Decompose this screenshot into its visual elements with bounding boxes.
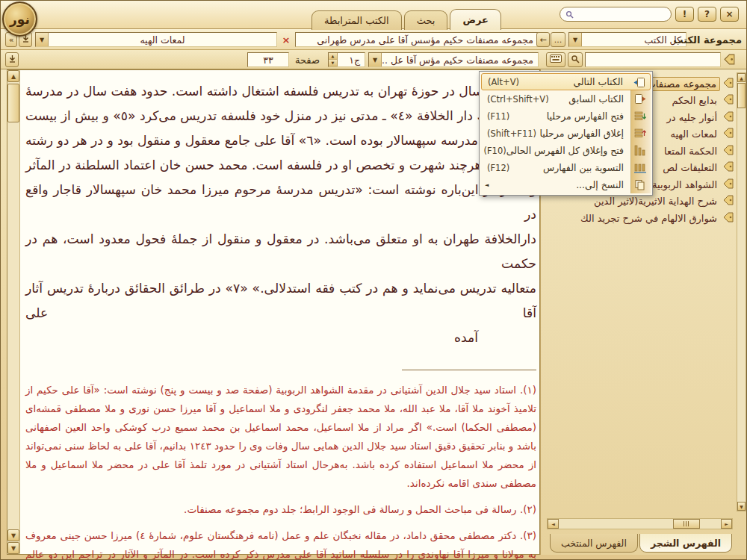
- page-number-field[interactable]: ٣٣: [247, 52, 289, 67]
- menu-item-shortcut: (F10): [484, 146, 506, 156]
- index-filter-field[interactable]: [585, 52, 721, 67]
- chevron-down-icon[interactable]: ▼: [36, 33, 49, 46]
- tab-related-books[interactable]: الكتب المترابطة: [311, 10, 402, 30]
- text-line: ى‌كرد، هرچند شهرت و تخصص او در فلسفه است…: [25, 153, 536, 178]
- text-line: متعاليه تدريس مى‌نمايد و هم در كتب فقه ا…: [25, 276, 536, 326]
- close-book-button[interactable]: ×: [280, 34, 292, 46]
- book-tag-icon: [723, 111, 734, 124]
- book-title: بدايع الحكم: [669, 94, 720, 107]
- virtual-keyboard-button[interactable]: [546, 52, 565, 67]
- hscroll-track[interactable]: [559, 519, 721, 529]
- menu-item-equalize-indexes[interactable]: التسوية بين الفهارس (F12): [481, 159, 651, 176]
- tab-search[interactable]: بحث: [404, 10, 448, 30]
- pin-down-icon: [9, 55, 16, 65]
- text-line: آمده: [25, 326, 536, 350]
- collection-dropdown[interactable]: ▼ كل الكتب: [568, 32, 686, 47]
- search-input[interactable]: [577, 8, 667, 20]
- scrollbar-thumb[interactable]: [737, 83, 746, 108]
- window-controls: ! ? ×: [675, 7, 739, 22]
- menu-item-shortcut: (Ctrl+Shift+V): [487, 94, 549, 105]
- menu-item-open-indexes[interactable]: فتح الفهارس مرحليا (F11): [481, 108, 651, 125]
- section-title-field[interactable]: ▼ لمعات الهيه: [35, 32, 277, 47]
- pin-down-button-2[interactable]: [5, 52, 19, 67]
- hscrollbar-thumb[interactable]: [673, 519, 700, 529]
- list-item[interactable]: شوارق الالهام في شرح تجريد الك: [546, 210, 734, 227]
- scroll-left-icon[interactable]: ◄: [548, 519, 559, 529]
- text-line: ل رسمى مدرسه سپهسالار بوده است. «٦» آقا …: [25, 128, 536, 153]
- toggle-index-icon: [634, 145, 646, 156]
- scrollbar-thumb[interactable]: [7, 84, 19, 122]
- footnote-separator: [402, 370, 536, 370]
- scroll-up-icon[interactable]: ▲: [7, 70, 19, 82]
- more-options-button[interactable]: ...: [551, 32, 565, 47]
- menu-item-copy-to[interactable]: النسخ إلى... ◄: [481, 176, 651, 193]
- tab-view[interactable]: عرض: [450, 9, 500, 30]
- book-title-field[interactable]: مجموعه مصنفات حكيم مؤسس آقا على مدرس طهر…: [295, 32, 539, 47]
- book-group-label: مجموعة الكتب: [673, 34, 742, 46]
- sidebar-scrollbar[interactable]: ▲ ▼: [737, 72, 746, 511]
- reading-pane: ▲ ▼ ▼ وب چهل سال در حوزهٔ تهران به تدريس…: [7, 69, 540, 555]
- app-window: الكتب المترابطة بحث عرض ! ? × نور « ▼ لم…: [0, 0, 747, 560]
- toolbar-navigation: ٣٣ صفحة ▲▼ ج١ ▼ مجموعه مصنفات حكيم مؤس آ…: [1, 50, 746, 69]
- book-tag-icon: [723, 145, 734, 158]
- scroll-down-icon[interactable]: ▼: [7, 529, 19, 541]
- tag-icon: [724, 54, 736, 68]
- context-menu: الكتاب التالي (Alt+V) الكتاب السابق (Ctr…: [479, 71, 653, 196]
- chevron-down-icon[interactable]: ▼: [369, 53, 382, 66]
- sidebar-hscrollbar[interactable]: ◄ ►: [547, 518, 733, 529]
- page-number-value: ٣٣: [248, 55, 288, 66]
- index-filter-input[interactable]: [586, 54, 720, 66]
- back-arrow-button[interactable]: ←: [536, 32, 550, 47]
- menu-item-close-indexes[interactable]: إغلاق الفهارس مرحليا (Shift+F11): [481, 125, 651, 142]
- close-button[interactable]: ×: [720, 7, 739, 22]
- text-line: وب چهل سال در حوزهٔ تهران به تدريس فلسفه…: [25, 79, 536, 104]
- menu-item-label: إغلاق الفهارس مرحليا: [536, 128, 624, 139]
- noor-logo: نور: [2, 1, 37, 37]
- page-label: صفحة: [295, 55, 320, 66]
- menu-item-label: النسخ إلى...: [487, 179, 624, 190]
- filter-search-button[interactable]: [568, 52, 583, 67]
- copy-icon: [634, 179, 646, 190]
- book-tag-icon: [723, 161, 734, 174]
- book-selector-dropdown[interactable]: ▼ مجموعه مصنفات حكيم مؤس آقا عل ...: [368, 52, 539, 67]
- spin-up-icon[interactable]: ▲: [329, 53, 337, 60]
- scroll-up-icon[interactable]: ▲: [737, 73, 746, 82]
- text-line: در ارك دار الخلافة «٤» ـ مدتى نيز در منز…: [25, 104, 536, 128]
- search-icon: [565, 7, 574, 22]
- menu-item-toggle-current-index[interactable]: فتح وإغلاق كل الفهرس الحالى (F10): [481, 142, 651, 159]
- menu-item-label: الكتاب السابق: [549, 93, 624, 105]
- help-button[interactable]: ?: [698, 7, 716, 22]
- book-tag-icon: [723, 195, 734, 208]
- menu-item-next-book[interactable]: الكتاب التالي (Alt+V): [481, 73, 651, 90]
- tab-selected-index[interactable]: الفهرس المنتخب: [550, 534, 638, 553]
- equalize-indexes-icon: [634, 162, 646, 173]
- chevron-down-icon[interactable]: ▼: [569, 33, 582, 46]
- content-scrollbar[interactable]: ▲ ▼ ▼: [7, 70, 20, 554]
- book-text: وب چهل سال در حوزهٔ تهران به تدريس فلسفه…: [25, 79, 536, 560]
- open-indexes-icon: [634, 111, 646, 122]
- menu-item-shortcut: (Alt+V): [488, 77, 519, 87]
- menu-item-shortcut: (Shift+F11): [487, 128, 536, 139]
- next-book-icon: [633, 77, 645, 88]
- book-selector-value: مجموعه مصنفات حكيم مؤس آقا عل ...: [382, 55, 538, 66]
- quick-search-box[interactable]: [560, 7, 672, 22]
- text-line: و الآثار در اين‌باره نوشته است: «تدريس م…: [25, 178, 536, 227]
- book-title: شوارق الالهام في شرح تجريد الك: [577, 212, 720, 225]
- footnote: (٣). دكتر مصطفى محقق داماد، در مقاله نخب…: [25, 526, 536, 560]
- submenu-arrow-icon: ◄: [485, 182, 489, 188]
- scroll-down-icon[interactable]: ▼: [737, 502, 746, 511]
- toolbar-top: « ▼ لمعات الهيه × مجموعه مصنفات حكيم مؤس…: [1, 29, 746, 50]
- alert-button[interactable]: !: [675, 7, 694, 22]
- menu-item-label: التسوية بين الفهارس: [509, 162, 624, 173]
- spin-down-icon[interactable]: ▼: [329, 60, 337, 66]
- volume-stepper[interactable]: ▲▼ ج١: [328, 52, 365, 67]
- logo-text: نور: [10, 12, 30, 27]
- book-title: التعليقات لص: [660, 161, 720, 174]
- scroll-end-icon[interactable]: ▼: [7, 542, 19, 554]
- book-title: أنوار جليه در: [664, 111, 720, 124]
- book-tag-icon: [723, 128, 734, 140]
- scroll-right-icon[interactable]: ►: [721, 519, 732, 529]
- tab-tree-index[interactable]: الفهرس الشجر: [639, 534, 732, 553]
- menu-item-previous-book[interactable]: الكتاب السابق (Ctrl+Shift+V): [481, 90, 651, 108]
- spinner-buttons[interactable]: ▲▼: [329, 53, 338, 66]
